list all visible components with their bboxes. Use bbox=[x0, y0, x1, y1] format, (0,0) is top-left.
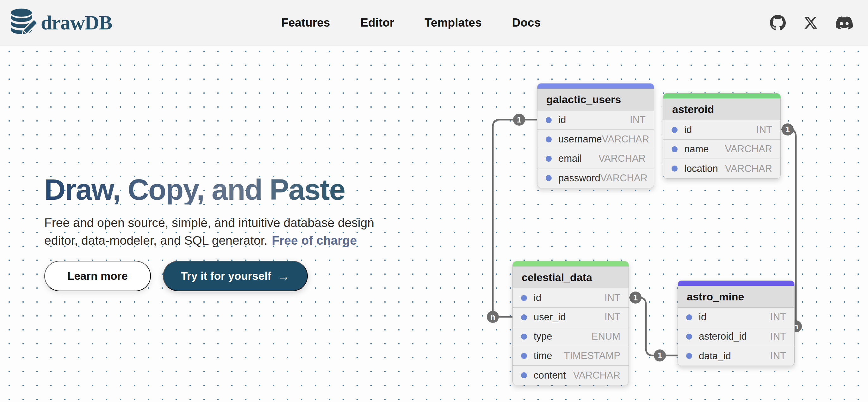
field-row: username VARCHAR bbox=[537, 130, 654, 149]
table-name: galactic_users bbox=[546, 93, 621, 106]
field-name: user_id bbox=[534, 312, 604, 323]
field-dot-icon bbox=[686, 314, 692, 320]
cardinality-badge: 1 bbox=[629, 291, 642, 304]
table-name: celestial_data bbox=[522, 271, 592, 284]
field-type: VARCHAR bbox=[725, 163, 772, 174]
field-dot-icon bbox=[546, 137, 552, 142]
brand-text: drawDB bbox=[41, 11, 112, 34]
field-dot-icon bbox=[546, 117, 552, 123]
cardinality-badge: n bbox=[487, 311, 499, 323]
field-type: VARCHAR bbox=[600, 173, 648, 184]
field-name: name bbox=[684, 143, 725, 155]
table-color-bar bbox=[513, 261, 628, 266]
arrow-right-icon: → bbox=[278, 269, 290, 283]
field-dot-icon bbox=[686, 334, 692, 340]
hero-title: Draw, Copy, and Paste bbox=[44, 175, 392, 204]
field-name: time bbox=[534, 350, 564, 362]
x-icon[interactable] bbox=[803, 16, 818, 30]
hero-copy: Draw, Copy, and Paste Free and open sour… bbox=[44, 175, 392, 291]
field-row: time TIMESTAMP bbox=[513, 346, 628, 366]
field-dot-icon bbox=[672, 146, 678, 152]
field-dot-icon bbox=[546, 175, 552, 181]
relationship-celestial-astro bbox=[629, 297, 678, 355]
field-name: location bbox=[684, 163, 725, 174]
field-name: content bbox=[534, 370, 573, 381]
field-type: INT bbox=[630, 114, 646, 126]
field-dot-icon bbox=[521, 334, 527, 340]
field-name: data_id bbox=[699, 350, 770, 362]
field-name: username bbox=[558, 134, 602, 145]
try-it-label: Try it for yourself bbox=[181, 270, 271, 282]
field-row: id INT bbox=[513, 288, 628, 308]
field-name: asteroid_id bbox=[699, 331, 770, 342]
field-type: INT bbox=[770, 331, 786, 342]
nav-link-docs[interactable]: Docs bbox=[512, 16, 540, 29]
nav-link-editor[interactable]: Editor bbox=[360, 16, 394, 29]
field-dot-icon bbox=[686, 353, 692, 359]
field-dot-icon bbox=[521, 314, 527, 320]
field-row: id INT bbox=[678, 308, 794, 327]
field-row: type ENUM bbox=[513, 327, 628, 346]
field-row: data_id INT bbox=[678, 346, 794, 366]
logo[interactable]: drawDB bbox=[10, 8, 112, 37]
field-type: INT bbox=[770, 350, 786, 362]
field-row: password VARCHAR bbox=[537, 168, 654, 188]
field-dot-icon bbox=[546, 156, 552, 162]
field-row: name VARCHAR bbox=[663, 140, 780, 159]
free-of-charge-link[interactable]: Free of charge bbox=[272, 234, 357, 247]
field-dot-icon bbox=[672, 127, 678, 133]
field-type: VARCHAR bbox=[725, 143, 772, 155]
field-row: user_id INT bbox=[513, 308, 628, 327]
nav-links: Features Editor Templates Docs bbox=[281, 16, 540, 29]
cardinality-badge: 1 bbox=[654, 349, 666, 362]
table-header: asteroid bbox=[663, 98, 780, 120]
field-row: id INT bbox=[663, 120, 780, 140]
field-type: INT bbox=[756, 124, 772, 136]
field-dot-icon bbox=[521, 353, 527, 359]
field-row: id INT bbox=[537, 111, 654, 130]
table-galactic-users: galactic_users id INT username VARCHAR e… bbox=[537, 83, 654, 188]
field-name: id bbox=[558, 114, 630, 126]
field-type: INT bbox=[604, 312, 620, 323]
hero-description: Free and open source, simple, and intuit… bbox=[44, 214, 392, 250]
table-name: astro_mine bbox=[687, 291, 744, 303]
table-astro-mine: astro_mine id INT asteroid_id INT data_i… bbox=[678, 281, 795, 366]
field-row: content VARCHAR bbox=[513, 366, 628, 385]
table-color-bar bbox=[663, 93, 780, 98]
field-type: VARCHAR bbox=[602, 134, 649, 145]
table-header: astro_mine bbox=[678, 286, 794, 308]
field-name: id bbox=[699, 312, 770, 323]
field-row: email VARCHAR bbox=[537, 149, 654, 168]
field-type: VARCHAR bbox=[573, 370, 620, 381]
field-name: id bbox=[684, 124, 756, 136]
field-type: INT bbox=[604, 292, 620, 304]
field-type: INT bbox=[770, 312, 786, 323]
field-name: email bbox=[558, 153, 598, 164]
field-row: location VARCHAR bbox=[663, 159, 780, 178]
field-dot-icon bbox=[672, 166, 678, 172]
field-row: asteroid_id INT bbox=[678, 327, 794, 346]
field-name: password bbox=[558, 173, 600, 184]
field-name: type bbox=[534, 331, 592, 342]
navbar: drawDB Features Editor Templates Docs bbox=[0, 0, 868, 46]
nav-link-templates[interactable]: Templates bbox=[425, 16, 482, 29]
field-type: TIMESTAMP bbox=[564, 350, 620, 362]
try-it-button[interactable]: Try it for yourself → bbox=[163, 261, 308, 291]
hero-actions: Learn more Try it for yourself → bbox=[44, 261, 392, 291]
github-icon[interactable] bbox=[770, 15, 786, 31]
field-type: VARCHAR bbox=[598, 153, 646, 164]
field-type: ENUM bbox=[592, 331, 620, 342]
table-celestial-data: celestial_data id INT user_id INT type E… bbox=[513, 261, 629, 385]
cardinality-badge: 1 bbox=[782, 123, 794, 136]
table-color-bar bbox=[678, 281, 794, 286]
table-asteroid: asteroid id INT name VARCHAR location VA… bbox=[663, 93, 781, 178]
cardinality-badge: 1 bbox=[513, 114, 525, 126]
hero-canvas: 1 n 1 1 1 n galactic_users id INT userna… bbox=[0, 46, 868, 402]
field-name: id bbox=[534, 292, 604, 304]
learn-more-button[interactable]: Learn more bbox=[44, 261, 151, 291]
discord-icon[interactable] bbox=[836, 17, 853, 29]
drawdb-logo-icon bbox=[10, 8, 36, 37]
nav-link-features[interactable]: Features bbox=[281, 16, 330, 29]
table-name: asteroid bbox=[672, 103, 714, 116]
table-header: galactic_users bbox=[537, 89, 654, 111]
